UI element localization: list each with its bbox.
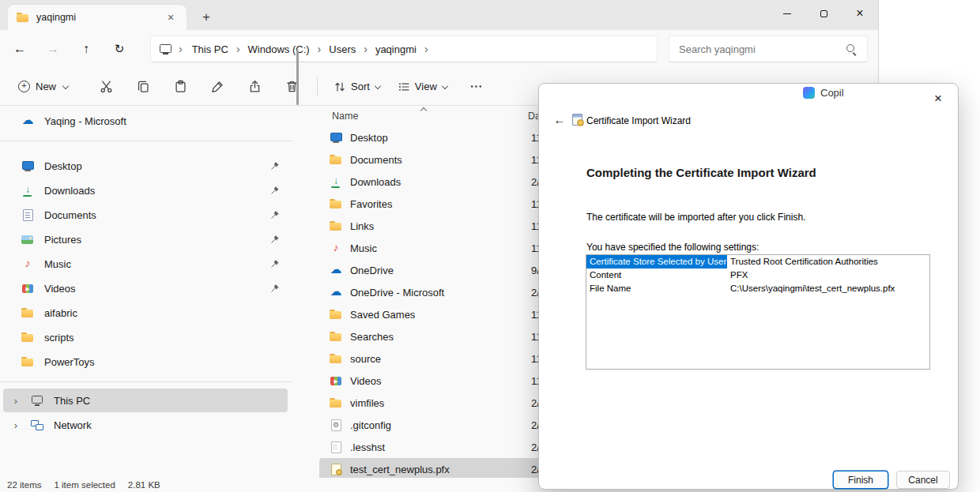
breadcrumb-item[interactable]: This PC (189, 41, 232, 58)
file-name: source (350, 353, 381, 365)
sidebar-item[interactable]: aifabric (3, 301, 288, 325)
file-name: .gitconfig (350, 419, 391, 431)
up-button[interactable] (70, 35, 103, 63)
settings-row[interactable]: Certificate Store Selected by User Trust… (586, 255, 929, 269)
chevron-right-icon (359, 43, 372, 55)
dialog-close-button[interactable] (925, 88, 952, 109)
sort-icon (334, 81, 346, 93)
settings-row[interactable]: File Name C:\Users\yaqingmi\test_cert_ne… (586, 282, 929, 295)
sidebar-item-label: Videos (44, 283, 261, 295)
sidebar-item-onedrive[interactable]: Yaqing - Microsoft (3, 109, 288, 133)
dialog-header-title: Certificate Import Wizard (586, 115, 691, 126)
file-name: Downloads (350, 176, 401, 188)
search-box[interactable] (669, 36, 868, 62)
finish-button[interactable]: Finish (833, 471, 888, 489)
chevron-right-icon (420, 43, 433, 55)
sidebar-item-label: aifabric (44, 307, 280, 319)
chevron-right-icon (11, 419, 21, 431)
back-button[interactable] (3, 35, 36, 63)
file-name: OneDrive - Microsoft (350, 287, 444, 299)
cloud-icon (329, 264, 343, 276)
file-name: OneDrive (350, 265, 394, 276)
plus-icon (18, 81, 30, 92)
sort-ascending-icon (420, 107, 428, 112)
toolbar-divider (317, 77, 318, 96)
sidebar-item-label: Music (44, 258, 261, 270)
sidebar-tree-item[interactable]: Network (3, 413, 288, 437)
sidebar-tree-item[interactable]: This PC (3, 389, 288, 412)
new-tab-button[interactable] (196, 7, 217, 26)
search-input[interactable] (679, 41, 837, 57)
rename-button[interactable] (200, 73, 235, 101)
copy-icon (137, 80, 150, 93)
sidebar-divider (0, 141, 292, 141)
sidebar-item[interactable]: Desktop (3, 154, 288, 178)
navigation-bar: This PC Windows (C:) Users yaqingmi (0, 30, 878, 68)
view-button[interactable]: View (390, 73, 457, 101)
chevron-down-icon (442, 83, 449, 90)
screen: yaqingmi This PC Win (0, 0, 980, 492)
paste-button[interactable] (163, 73, 198, 101)
chevron-right-icon (232, 43, 245, 55)
file-name: Documents (350, 154, 402, 166)
breadcrumb-item[interactable]: yaqingmi (372, 41, 420, 58)
folder-icon (329, 396, 343, 409)
refresh-button[interactable] (103, 35, 136, 63)
copilot-button[interactable]: Copil (803, 81, 844, 104)
sidebar-item[interactable]: Pictures (3, 227, 288, 251)
file-name: Saved Games (350, 309, 415, 321)
breadcrumb: This PC Windows (C:) Users yaqingmi (189, 41, 433, 58)
sidebar-item-label: This PC (54, 395, 280, 407)
downloads-icon (21, 184, 35, 197)
sort-button[interactable]: Sort (326, 73, 390, 101)
chevron-down-icon (375, 83, 382, 90)
file-name: Music (350, 242, 377, 254)
name-column-header[interactable]: Name (332, 111, 358, 122)
onedrive-label: Yaqing - Microsoft (44, 115, 280, 127)
documents-icon (21, 208, 35, 221)
file-name: test_cert_newplus.pfx (350, 464, 450, 475)
pin-icon (270, 186, 280, 195)
forward-button[interactable] (36, 35, 70, 63)
view-icon (398, 81, 410, 93)
address-bar[interactable]: This PC Windows (C:) Users yaqingmi (150, 36, 658, 62)
sidebar-item[interactable]: scripts (3, 325, 288, 349)
desktop-icon (329, 131, 343, 144)
cancel-button[interactable]: Cancel (896, 471, 950, 489)
folder-icon (329, 308, 343, 321)
more-options-button[interactable] (459, 73, 494, 101)
videos-icon (21, 282, 35, 295)
certificate-wizard-icon (571, 114, 584, 126)
setting-key: Content (586, 269, 727, 282)
chevron-down-icon (62, 83, 69, 90)
sidebar-item[interactable]: Music (3, 252, 288, 276)
maximize-button[interactable] (805, 0, 842, 27)
scrollbar-thumb[interactable] (296, 50, 299, 105)
tab-close-icon[interactable] (163, 9, 179, 25)
copilot-button-label: Copil (820, 87, 844, 99)
delete-button[interactable] (274, 73, 309, 101)
copilot-icon (803, 87, 815, 99)
onedrive-cloud-icon (21, 115, 35, 127)
sidebar-item[interactable]: Downloads (3, 178, 288, 202)
window-caption-buttons (769, 0, 878, 30)
sidebar-item[interactable]: PowerToys (3, 350, 288, 374)
file-icon (329, 441, 343, 453)
sidebar-item[interactable]: Documents (3, 203, 288, 227)
sidebar-item-label: Pictures (44, 234, 261, 246)
breadcrumb-item[interactable]: Users (326, 41, 359, 58)
thispc-icon (30, 394, 44, 407)
file-name: Links (350, 220, 374, 232)
cut-button[interactable] (89, 73, 123, 101)
close-window-button[interactable] (842, 0, 878, 27)
share-button[interactable] (237, 73, 272, 101)
tab-yaqingmi[interactable]: yaqingmi (8, 5, 187, 30)
sidebar-item[interactable]: Videos (3, 276, 288, 300)
copy-button[interactable] (126, 73, 160, 101)
minimize-button[interactable] (769, 0, 805, 27)
settings-row[interactable]: Content PFX (586, 269, 929, 282)
file-name: Searches (350, 331, 394, 343)
dialog-back-button[interactable] (548, 110, 571, 129)
breadcrumb-item[interactable]: Windows (C:) (245, 41, 313, 58)
new-button[interactable]: New (9, 73, 77, 101)
